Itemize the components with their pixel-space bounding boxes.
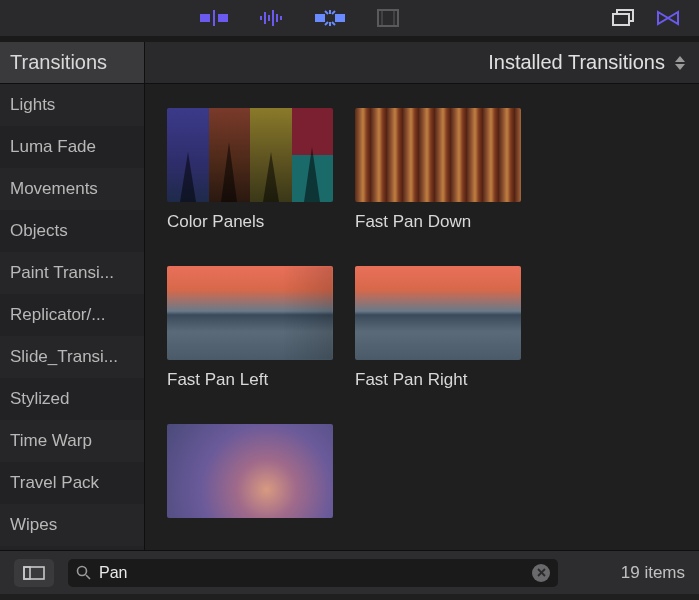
browser-footer: 19 items xyxy=(0,550,699,594)
svg-rect-8 xyxy=(280,16,282,20)
svg-rect-22 xyxy=(24,567,44,579)
svg-line-15 xyxy=(325,22,328,25)
transition-thumbnail xyxy=(167,108,333,202)
search-icon xyxy=(76,565,91,580)
transition-label: Fast Pan Down xyxy=(355,212,521,232)
search-field[interactable] xyxy=(68,559,558,587)
sidebar-item-slide-transitions[interactable]: Slide_Transi... xyxy=(0,336,144,378)
sidebar-item-movements[interactable]: Movements xyxy=(0,168,144,210)
svg-rect-2 xyxy=(218,14,228,22)
transition-item[interactable]: Color Panels xyxy=(167,108,333,232)
transition-item[interactable]: Fast Pan Down xyxy=(355,108,521,232)
transition-item[interactable]: Fast Pan Left xyxy=(167,266,333,390)
svg-rect-23 xyxy=(24,567,30,579)
transition-thumbnail xyxy=(355,108,521,202)
svg-rect-0 xyxy=(200,14,210,22)
sidebar-item-travel-pack[interactable]: Travel Pack xyxy=(0,462,144,504)
svg-rect-7 xyxy=(276,14,278,22)
sidebar-item-stylized[interactable]: Stylized xyxy=(0,378,144,420)
svg-line-25 xyxy=(86,575,90,579)
svg-rect-6 xyxy=(272,10,274,26)
item-count-label: 19 items xyxy=(621,563,685,583)
sidebar-item-time-warp[interactable]: Time Warp xyxy=(0,420,144,462)
timeline-icon[interactable] xyxy=(199,6,229,30)
browser-content: Color Panels Fast Pan Down Fast Pan Left… xyxy=(145,84,699,550)
layout-toggle-button[interactable] xyxy=(14,559,54,587)
top-toolbar xyxy=(0,0,699,42)
transition-label: Color Panels xyxy=(167,212,333,232)
sidebar-item-luma-fade[interactable]: Luma Fade xyxy=(0,126,144,168)
transition-thumbnail xyxy=(355,266,521,360)
panel-title: Transitions xyxy=(0,42,145,83)
clear-search-button[interactable] xyxy=(532,564,550,582)
transition-item[interactable] xyxy=(167,424,333,528)
category-sidebar: Lights Luma Fade Movements Objects Paint… xyxy=(0,84,145,550)
bowtie-icon[interactable] xyxy=(653,6,683,30)
svg-rect-17 xyxy=(378,10,398,26)
svg-point-24 xyxy=(78,567,87,576)
source-selector[interactable]: Installed Transitions xyxy=(145,42,699,83)
transition-label: Fast Pan Right xyxy=(355,370,521,390)
transition-thumbnail xyxy=(167,266,333,360)
sidebar-item-wipes[interactable]: Wipes xyxy=(0,504,144,546)
transition-label: Fast Pan Left xyxy=(167,370,333,390)
svg-rect-21 xyxy=(613,14,629,25)
sort-updown-icon xyxy=(675,56,685,70)
svg-line-14 xyxy=(332,11,335,14)
close-icon xyxy=(537,568,546,577)
svg-rect-9 xyxy=(315,14,325,22)
svg-rect-1 xyxy=(213,10,215,26)
sidebar-item-objects[interactable]: Objects xyxy=(0,210,144,252)
audio-levels-icon[interactable] xyxy=(257,6,287,30)
transition-thumbnail xyxy=(167,424,333,518)
window-stack-icon[interactable] xyxy=(609,6,639,30)
svg-line-16 xyxy=(332,22,335,25)
svg-rect-4 xyxy=(264,12,266,24)
transitions-burst-icon[interactable] xyxy=(315,6,345,30)
sidebar-item-lights[interactable]: Lights xyxy=(0,84,144,126)
source-label: Installed Transitions xyxy=(488,51,665,74)
layout-icon xyxy=(23,566,45,580)
transition-item[interactable]: Fast Pan Right xyxy=(355,266,521,390)
search-input[interactable] xyxy=(99,564,524,582)
filmstrip-icon[interactable] xyxy=(373,6,403,30)
svg-rect-3 xyxy=(260,16,262,20)
sidebar-item-paint-transitions[interactable]: Paint Transi... xyxy=(0,252,144,294)
sidebar-item-replicator[interactable]: Replicator/... xyxy=(0,294,144,336)
svg-rect-10 xyxy=(335,14,345,22)
svg-rect-5 xyxy=(268,15,270,21)
browser-header: Transitions Installed Transitions xyxy=(0,42,699,84)
svg-line-13 xyxy=(325,11,328,14)
